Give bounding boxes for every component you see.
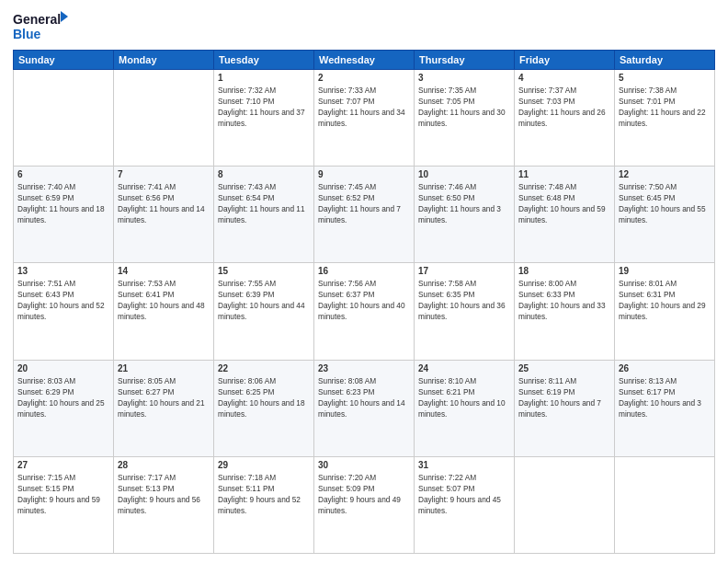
day-cell: 13Sunrise: 7:51 AMSunset: 6:43 PMDayligh…: [14, 263, 114, 360]
day-cell: 3Sunrise: 7:35 AMSunset: 7:05 PMDaylight…: [415, 70, 515, 167]
calendar-table: SundayMondayTuesdayWednesdayThursdayFrid…: [13, 50, 715, 554]
day-number: 17: [418, 266, 510, 276]
week-row-4: 20Sunrise: 8:03 AMSunset: 6:29 PMDayligh…: [14, 360, 715, 456]
week-row-1: 1Sunrise: 7:32 AMSunset: 7:10 PMDaylight…: [14, 70, 715, 167]
day-cell: 20Sunrise: 8:03 AMSunset: 6:29 PMDayligh…: [14, 360, 114, 456]
day-number: 25: [518, 363, 610, 373]
weekday-header-wednesday: Wednesday: [314, 51, 415, 70]
day-cell: 7Sunrise: 7:41 AMSunset: 6:56 PMDaylight…: [114, 167, 214, 263]
day-number: 9: [318, 169, 410, 179]
day-info: Sunrise: 7:40 AMSunset: 6:59 PMDaylight:…: [17, 181, 109, 225]
day-info: Sunrise: 7:22 AMSunset: 5:07 PMDaylight:…: [418, 472, 510, 516]
logo-svg: General Blue: [13, 9, 68, 44]
day-number: 31: [418, 460, 510, 470]
weekday-header-monday: Monday: [114, 51, 214, 70]
day-info: Sunrise: 8:00 AMSunset: 6:33 PMDaylight:…: [518, 278, 610, 322]
day-cell: 4Sunrise: 7:37 AMSunset: 7:03 PMDaylight…: [515, 70, 615, 167]
day-info: Sunrise: 7:43 AMSunset: 6:54 PMDaylight:…: [218, 181, 310, 225]
day-info: Sunrise: 7:55 AMSunset: 6:39 PMDaylight:…: [218, 278, 310, 322]
day-cell: 26Sunrise: 8:13 AMSunset: 6:17 PMDayligh…: [615, 360, 715, 456]
day-cell: 24Sunrise: 8:10 AMSunset: 6:21 PMDayligh…: [415, 360, 515, 456]
svg-text:General: General: [13, 12, 61, 27]
day-cell: 31Sunrise: 7:22 AMSunset: 5:07 PMDayligh…: [415, 456, 515, 553]
day-info: Sunrise: 7:56 AMSunset: 6:37 PMDaylight:…: [318, 278, 410, 322]
day-cell: 12Sunrise: 7:50 AMSunset: 6:45 PMDayligh…: [615, 167, 715, 263]
day-number: 20: [17, 363, 109, 373]
day-number: 27: [17, 460, 109, 470]
logo: General Blue: [13, 9, 68, 44]
day-cell: [114, 70, 214, 167]
day-info: Sunrise: 7:15 AMSunset: 5:15 PMDaylight:…: [17, 472, 109, 516]
day-cell: 11Sunrise: 7:48 AMSunset: 6:48 PMDayligh…: [515, 167, 615, 263]
weekday-header-tuesday: Tuesday: [214, 51, 314, 70]
day-number: 4: [518, 73, 610, 83]
day-info: Sunrise: 8:11 AMSunset: 6:19 PMDaylight:…: [518, 375, 610, 419]
weekday-header-thursday: Thursday: [415, 51, 515, 70]
day-number: 1: [218, 73, 310, 83]
day-info: Sunrise: 7:35 AMSunset: 7:05 PMDaylight:…: [418, 85, 510, 129]
day-info: Sunrise: 7:18 AMSunset: 5:11 PMDaylight:…: [218, 472, 310, 516]
day-info: Sunrise: 8:01 AMSunset: 6:31 PMDaylight:…: [619, 278, 711, 322]
day-number: 30: [318, 460, 410, 470]
day-cell: 16Sunrise: 7:56 AMSunset: 6:37 PMDayligh…: [314, 263, 415, 360]
calendar-page: General Blue SundayMondayTuesdayWednesda…: [0, 0, 728, 563]
day-number: 5: [619, 73, 711, 83]
day-cell: 28Sunrise: 7:17 AMSunset: 5:13 PMDayligh…: [114, 456, 214, 553]
day-number: 26: [619, 363, 711, 373]
svg-text:Blue: Blue: [13, 27, 41, 41]
day-cell: 19Sunrise: 8:01 AMSunset: 6:31 PMDayligh…: [615, 263, 715, 360]
day-info: Sunrise: 7:33 AMSunset: 7:07 PMDaylight:…: [318, 85, 410, 129]
day-info: Sunrise: 7:32 AMSunset: 7:10 PMDaylight:…: [218, 85, 310, 129]
day-info: Sunrise: 8:08 AMSunset: 6:23 PMDaylight:…: [318, 375, 410, 419]
day-info: Sunrise: 7:58 AMSunset: 6:35 PMDaylight:…: [418, 278, 510, 322]
day-number: 23: [318, 363, 410, 373]
day-cell: 27Sunrise: 7:15 AMSunset: 5:15 PMDayligh…: [14, 456, 114, 553]
day-number: 7: [118, 169, 210, 179]
day-cell: 9Sunrise: 7:45 AMSunset: 6:52 PMDaylight…: [314, 167, 415, 263]
day-info: Sunrise: 7:53 AMSunset: 6:41 PMDaylight:…: [118, 278, 210, 322]
day-info: Sunrise: 7:38 AMSunset: 7:01 PMDaylight:…: [619, 85, 711, 129]
week-row-2: 6Sunrise: 7:40 AMSunset: 6:59 PMDaylight…: [14, 167, 715, 263]
day-cell: 8Sunrise: 7:43 AMSunset: 6:54 PMDaylight…: [214, 167, 314, 263]
day-cell: 1Sunrise: 7:32 AMSunset: 7:10 PMDaylight…: [214, 70, 314, 167]
weekday-header-sunday: Sunday: [14, 51, 114, 70]
day-cell: 25Sunrise: 8:11 AMSunset: 6:19 PMDayligh…: [515, 360, 615, 456]
day-number: 8: [218, 169, 310, 179]
weekday-header-row: SundayMondayTuesdayWednesdayThursdayFrid…: [14, 51, 715, 70]
day-info: Sunrise: 7:37 AMSunset: 7:03 PMDaylight:…: [518, 85, 610, 129]
day-cell: 23Sunrise: 8:08 AMSunset: 6:23 PMDayligh…: [314, 360, 415, 456]
day-number: 12: [619, 169, 711, 179]
day-cell: [14, 70, 114, 167]
day-number: 10: [418, 169, 510, 179]
day-cell: 17Sunrise: 7:58 AMSunset: 6:35 PMDayligh…: [415, 263, 515, 360]
day-info: Sunrise: 7:20 AMSunset: 5:09 PMDaylight:…: [318, 472, 410, 516]
day-cell: 29Sunrise: 7:18 AMSunset: 5:11 PMDayligh…: [214, 456, 314, 553]
weekday-header-friday: Friday: [515, 51, 615, 70]
week-row-3: 13Sunrise: 7:51 AMSunset: 6:43 PMDayligh…: [14, 263, 715, 360]
week-row-5: 27Sunrise: 7:15 AMSunset: 5:15 PMDayligh…: [14, 456, 715, 553]
day-number: 19: [619, 266, 711, 276]
day-number: 3: [418, 73, 510, 83]
day-info: Sunrise: 8:13 AMSunset: 6:17 PMDaylight:…: [619, 375, 711, 419]
day-info: Sunrise: 8:05 AMSunset: 6:27 PMDaylight:…: [118, 375, 210, 419]
day-cell: 30Sunrise: 7:20 AMSunset: 5:09 PMDayligh…: [314, 456, 415, 553]
weekday-header-saturday: Saturday: [615, 51, 715, 70]
day-info: Sunrise: 7:51 AMSunset: 6:43 PMDaylight:…: [17, 278, 109, 322]
day-info: Sunrise: 7:48 AMSunset: 6:48 PMDaylight:…: [518, 181, 610, 225]
day-number: 14: [118, 266, 210, 276]
day-number: 2: [318, 73, 410, 83]
day-info: Sunrise: 7:46 AMSunset: 6:50 PMDaylight:…: [418, 181, 510, 225]
day-info: Sunrise: 7:50 AMSunset: 6:45 PMDaylight:…: [619, 181, 711, 225]
day-cell: 15Sunrise: 7:55 AMSunset: 6:39 PMDayligh…: [214, 263, 314, 360]
day-number: 22: [218, 363, 310, 373]
day-cell: [515, 456, 615, 553]
day-cell: 5Sunrise: 7:38 AMSunset: 7:01 PMDaylight…: [615, 70, 715, 167]
day-number: 28: [118, 460, 210, 470]
day-cell: 2Sunrise: 7:33 AMSunset: 7:07 PMDaylight…: [314, 70, 415, 167]
day-info: Sunrise: 8:10 AMSunset: 6:21 PMDaylight:…: [418, 375, 510, 419]
day-cell: [615, 456, 715, 553]
day-cell: 6Sunrise: 7:40 AMSunset: 6:59 PMDaylight…: [14, 167, 114, 263]
day-info: Sunrise: 7:17 AMSunset: 5:13 PMDaylight:…: [118, 472, 210, 516]
day-number: 13: [17, 266, 109, 276]
day-number: 15: [218, 266, 310, 276]
